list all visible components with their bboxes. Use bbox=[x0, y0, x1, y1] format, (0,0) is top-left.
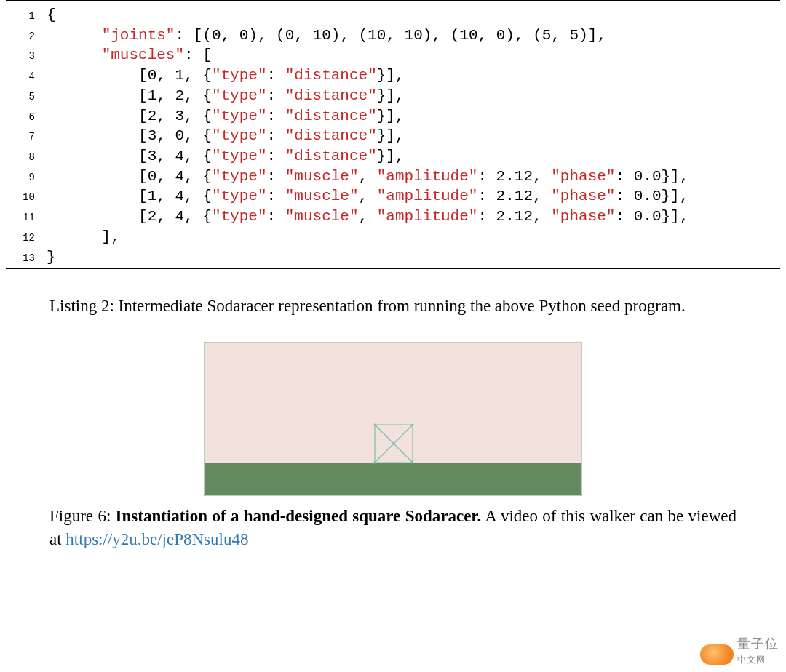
figure-label: Figure 6: bbox=[49, 507, 111, 525]
code-line: 8 [3, 4, {"type": "distance"}], bbox=[6, 146, 780, 167]
svg-point-12 bbox=[373, 423, 376, 425]
code-content: } bbox=[47, 247, 56, 268]
code-content: [3, 0, {"type": "distance"}], bbox=[47, 126, 405, 146]
line-number: 11 bbox=[6, 211, 47, 224]
line-number: 12 bbox=[6, 231, 47, 244]
code-line: 7 [3, 0, {"type": "distance"}], bbox=[6, 126, 780, 146]
line-number: 4 bbox=[6, 70, 47, 83]
code-content: [3, 4, {"type": "distance"}], bbox=[47, 146, 405, 167]
code-content: [2, 3, {"type": "distance"}], bbox=[47, 106, 405, 127]
line-number: 10 bbox=[6, 191, 47, 204]
code-content: [0, 4, {"type": "muscle", "amplitude": 2… bbox=[47, 167, 688, 187]
line-number: 7 bbox=[6, 130, 47, 143]
code-line: 6 [2, 3, {"type": "distance"}], bbox=[6, 106, 780, 127]
code-content: [2, 4, {"type": "muscle", "amplitude": 2… bbox=[47, 207, 688, 227]
listing-caption: Listing 2: Intermediate Sodaracer repres… bbox=[6, 269, 780, 318]
svg-rect-2 bbox=[205, 463, 581, 495]
code-listing: 1{2 "joints": [(0, 0), (0, 10), (10, 10)… bbox=[6, 0, 780, 269]
figure-caption: Figure 6: Instantiation of a hand-design… bbox=[6, 496, 780, 551]
code-line: 9 [0, 4, {"type": "muscle", "amplitude":… bbox=[6, 167, 780, 187]
line-number: 13 bbox=[6, 252, 47, 265]
php-badge-icon bbox=[700, 644, 734, 665]
line-number: 8 bbox=[6, 151, 47, 164]
watermark-sub: 中文网 bbox=[737, 655, 766, 665]
code-line: 3 "muscles": [ bbox=[6, 45, 780, 65]
watermark: 量子位 中文网 bbox=[737, 635, 779, 666]
code-content: ], bbox=[47, 227, 120, 247]
code-line: 10 [1, 4, {"type": "muscle", "amplitude"… bbox=[6, 186, 780, 207]
code-content: "joints": [(0, 0), (0, 10), (10, 10), (1… bbox=[47, 25, 606, 46]
code-line: 5 [1, 2, {"type": "distance"}], bbox=[6, 86, 780, 106]
sodaracer-diagram bbox=[204, 342, 582, 496]
code-line: 1{ bbox=[6, 5, 780, 25]
code-line: 12 ], bbox=[6, 227, 780, 247]
watermark-text: 量子位 bbox=[737, 636, 779, 651]
code-content: [1, 4, {"type": "muscle", "amplitude": 2… bbox=[47, 186, 688, 207]
code-content: [1, 2, {"type": "distance"}], bbox=[47, 86, 405, 106]
line-number: 2 bbox=[6, 30, 47, 43]
code-line: 11 [2, 4, {"type": "muscle", "amplitude"… bbox=[6, 207, 780, 227]
figure-6 bbox=[6, 319, 780, 496]
line-number: 6 bbox=[6, 111, 47, 124]
code-content: { bbox=[47, 5, 56, 25]
line-number: 1 bbox=[6, 9, 47, 23]
code-line: 13} bbox=[6, 247, 780, 268]
svg-point-15 bbox=[392, 442, 394, 444]
svg-point-13 bbox=[411, 423, 413, 425]
listing-text: Intermediate Sodaracer representation fr… bbox=[114, 297, 686, 315]
figure-link[interactable]: https://y2u.be/jeP8Nsulu48 bbox=[66, 530, 248, 548]
line-number: 5 bbox=[6, 90, 47, 103]
code-content: "muscles": [ bbox=[47, 45, 212, 65]
code-line: 2 "joints": [(0, 0), (0, 10), (10, 10), … bbox=[6, 25, 780, 46]
line-number: 9 bbox=[6, 171, 47, 184]
code-content: [0, 1, {"type": "distance"}], bbox=[47, 65, 405, 86]
line-number: 3 bbox=[6, 49, 47, 63]
code-line: 4 [0, 1, {"type": "distance"}], bbox=[6, 65, 780, 86]
listing-label: Listing 2: bbox=[49, 297, 114, 315]
svg-point-11 bbox=[373, 461, 376, 463]
svg-point-14 bbox=[411, 461, 413, 463]
figure-title: Instantiation of a hand-designed square … bbox=[116, 507, 482, 525]
